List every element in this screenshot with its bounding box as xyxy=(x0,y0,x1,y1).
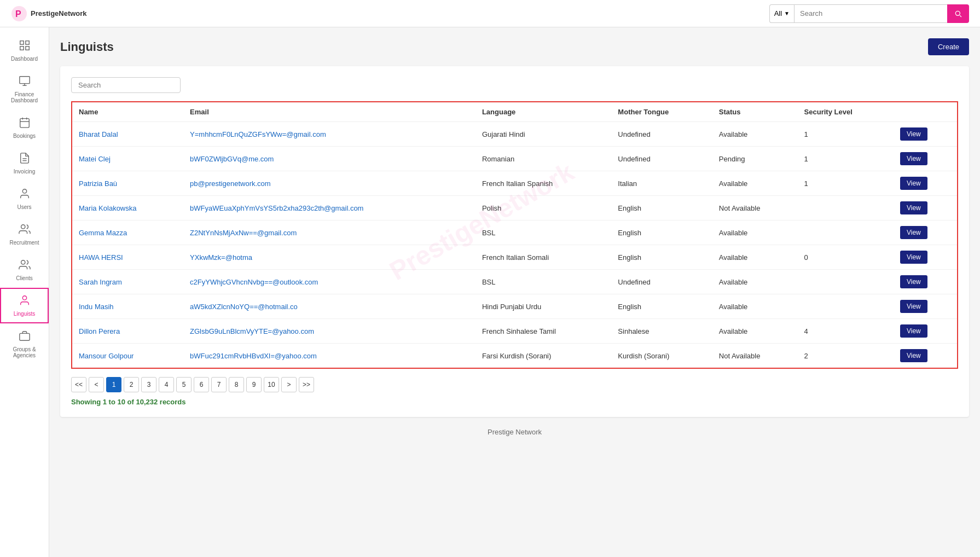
view-button[interactable]: View xyxy=(900,127,927,141)
cell-security-level xyxy=(798,196,894,221)
cell-language: Hindi Punjabi Urdu xyxy=(475,294,611,319)
pagination-page-7[interactable]: 7 xyxy=(211,377,227,392)
pagination-page-8[interactable]: 8 xyxy=(229,377,244,392)
cell-security-level xyxy=(798,270,894,294)
table-search-container xyxy=(71,77,958,93)
footer: Prestige Network xyxy=(60,417,969,447)
search-bar: All ▼ xyxy=(769,4,969,23)
view-button[interactable]: View xyxy=(900,226,927,239)
cell-email: bWFyaWEuaXphYmVsYS5rb2xha293c2th@gmail.c… xyxy=(183,196,475,221)
svg-point-17 xyxy=(21,260,25,264)
sidebar-item-invoicing[interactable]: Invoicing xyxy=(0,146,49,181)
cell-name: Gemma Mazza xyxy=(72,221,183,245)
sidebar-item-bookings[interactable]: Bookings xyxy=(0,110,49,146)
sidebar-item-recruitment[interactable]: Recruitment xyxy=(0,217,49,252)
pagination-page-3[interactable]: 3 xyxy=(141,377,156,392)
linguist-name-link[interactable]: Patrizia Baù xyxy=(79,179,117,188)
cell-email: ZGlsbG9uLnBlcmVyYTE=@yahoo.com xyxy=(183,319,475,344)
logo: P PrestigeNetwork xyxy=(11,5,87,22)
cell-actions: View xyxy=(894,344,958,369)
cell-actions: View xyxy=(894,319,958,344)
linguist-name-link[interactable]: Bharat Dalal xyxy=(79,130,118,138)
pagination-prev[interactable]: < xyxy=(89,377,104,392)
col-actions xyxy=(894,102,958,122)
col-name: Name xyxy=(72,102,183,122)
search-filter-dropdown[interactable]: All ▼ xyxy=(769,4,794,23)
cell-actions: View xyxy=(894,171,958,196)
linguists-icon xyxy=(19,294,31,309)
linguist-name-link[interactable]: Gemma Mazza xyxy=(79,229,127,237)
search-input[interactable] xyxy=(794,4,947,23)
cell-language: Farsi Kurdish (Sorani) xyxy=(475,344,611,369)
sidebar-item-finance-dashboard[interactable]: Finance Dashboard xyxy=(0,68,49,110)
footer-text: Prestige Network xyxy=(488,428,542,436)
linguist-name-link[interactable]: Maria Kolakowska xyxy=(79,204,137,212)
cell-email: pb@prestigenetwork.com xyxy=(183,171,475,196)
create-button[interactable]: Create xyxy=(928,38,969,55)
linguist-name-link[interactable]: Mansour Golpour xyxy=(79,352,134,360)
sidebar-item-users[interactable]: Users xyxy=(0,181,49,217)
view-button[interactable]: View xyxy=(900,251,927,264)
cell-mother-tongue: English xyxy=(611,221,712,245)
svg-rect-19 xyxy=(19,333,29,340)
view-button[interactable]: View xyxy=(900,275,927,288)
cell-mother-tongue: English xyxy=(611,245,712,270)
sidebar-label-groups-agencies: Groups & Agencies xyxy=(4,346,45,358)
cell-name: Maria Kolakowska xyxy=(72,196,183,221)
cell-actions: View xyxy=(894,196,958,221)
logo-text: PrestigeNetwork xyxy=(31,9,87,18)
cell-name: Dillon Perera xyxy=(72,319,183,344)
sidebar-label-recruitment: Recruitment xyxy=(10,240,39,246)
cell-status: Not Available xyxy=(712,344,798,369)
linguist-name-link[interactable]: HAWA HERSI xyxy=(79,253,123,262)
cell-mother-tongue: Undefined xyxy=(611,270,712,294)
col-language: Language xyxy=(475,102,611,122)
linguist-name-link[interactable]: Sarah Ingram xyxy=(79,278,122,286)
bookings-icon xyxy=(19,117,31,131)
clients-icon xyxy=(19,259,31,274)
cell-mother-tongue: Undefined xyxy=(611,122,712,147)
pagination-next[interactable]: > xyxy=(281,377,297,392)
view-button[interactable]: View xyxy=(900,324,927,338)
cell-security-level: 1 xyxy=(798,122,894,147)
pagination-page-1[interactable]: 1 xyxy=(106,377,121,392)
linguist-name-link[interactable]: Dillon Perera xyxy=(79,327,120,335)
svg-point-18 xyxy=(22,296,26,300)
cell-status: Available xyxy=(712,294,798,319)
view-button[interactable]: View xyxy=(900,177,927,190)
cell-email: c2FyYWhjcGVhcnNvbg==@outlook.com xyxy=(183,270,475,294)
linguist-name-link[interactable]: Indu Masih xyxy=(79,303,114,311)
view-button[interactable]: View xyxy=(900,201,927,214)
view-button[interactable]: View xyxy=(900,300,927,313)
main-content: Linguists Create PrestigeNetwork Name Em… xyxy=(49,27,980,557)
cell-actions: View xyxy=(894,122,958,147)
sidebar-item-groups-agencies[interactable]: Groups & Agencies xyxy=(0,323,49,365)
linguist-name-link[interactable]: Matei Clej xyxy=(79,155,111,163)
sidebar-label-linguists: Linguists xyxy=(14,311,35,317)
pagination-page-5[interactable]: 5 xyxy=(176,377,192,392)
pagination-page-9[interactable]: 9 xyxy=(246,377,262,392)
pagination-page-6[interactable]: 6 xyxy=(194,377,209,392)
cell-email: bWF0ZWljbGVq@me.com xyxy=(183,147,475,171)
cell-security-level: 2 xyxy=(798,344,894,369)
table-row: Dillon Perera ZGlsbG9uLnBlcmVyYTE=@yahoo… xyxy=(72,319,958,344)
table-row: Maria Kolakowska bWFyaWEuaXphYmVsYS5rb2x… xyxy=(72,196,958,221)
pagination-last[interactable]: >> xyxy=(299,377,314,392)
view-button[interactable]: View xyxy=(900,349,927,362)
cell-language: Gujarati Hindi xyxy=(475,122,611,147)
cell-mother-tongue: Undefined xyxy=(611,147,712,171)
pagination-page-2[interactable]: 2 xyxy=(124,377,139,392)
search-button[interactable] xyxy=(947,4,969,23)
table-search-input[interactable] xyxy=(71,77,181,93)
sidebar-item-linguists[interactable]: Linguists xyxy=(0,288,49,323)
col-status: Status xyxy=(712,102,798,122)
pagination-page-10[interactable]: 10 xyxy=(264,377,279,392)
sidebar-item-clients[interactable]: Clients xyxy=(0,252,49,288)
pagination-first[interactable]: << xyxy=(71,377,86,392)
cell-name: Patrizia Baù xyxy=(72,171,183,196)
sidebar-item-dashboard[interactable]: Dashboard xyxy=(0,33,49,68)
invoicing-icon xyxy=(19,152,31,167)
cell-name: Mansour Golpour xyxy=(72,344,183,369)
pagination-page-4[interactable]: 4 xyxy=(159,377,174,392)
view-button[interactable]: View xyxy=(900,152,927,165)
